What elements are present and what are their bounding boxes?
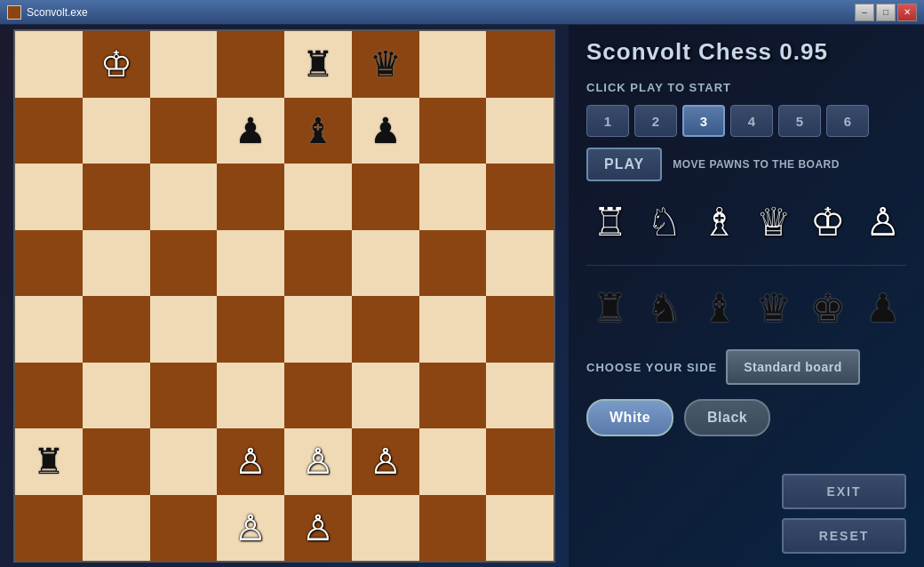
cell-2-2[interactable]	[150, 164, 218, 230]
difficulty-btn-4[interactable]: 4	[730, 105, 773, 137]
cell-3-0[interactable]	[15, 230, 83, 297]
difficulty-btn-1[interactable]: 1	[586, 105, 629, 137]
cell-5-5[interactable]	[352, 363, 419, 429]
cell-2-6[interactable]	[419, 164, 487, 230]
cell-5-7[interactable]	[486, 363, 554, 429]
cell-5-2[interactable]	[150, 363, 218, 429]
cell-3-5[interactable]	[352, 230, 419, 297]
cell-7-6[interactable]	[419, 495, 487, 562]
chess-board[interactable]: ♔♜♛♟♝♟♜♙♙♙♙♙	[13, 29, 555, 563]
white-piece-option-4[interactable]: ♔	[804, 196, 851, 249]
cell-0-1[interactable]: ♔	[83, 31, 150, 98]
cell-6-5[interactable]: ♙	[352, 428, 419, 495]
cell-4-5[interactable]	[352, 296, 419, 363]
cell-2-7[interactable]	[486, 164, 554, 230]
difficulty-btn-3[interactable]: 3	[682, 105, 725, 137]
cell-2-5[interactable]	[352, 164, 419, 230]
cell-6-6[interactable]	[419, 428, 487, 495]
difficulty-btn-6[interactable]: 6	[826, 105, 869, 137]
black-piece-option-2[interactable]: ♝	[696, 282, 743, 335]
black-piece-option-5[interactable]: ♟	[859, 282, 906, 335]
play-button[interactable]: PLAY	[586, 148, 662, 181]
cell-7-0[interactable]	[15, 495, 83, 562]
cell-3-3[interactable]	[217, 230, 284, 297]
white-piece-option-5[interactable]: ♙	[859, 196, 906, 249]
cell-0-7[interactable]	[486, 31, 554, 98]
cell-5-3[interactable]	[217, 363, 284, 429]
cell-4-0[interactable]	[15, 296, 83, 363]
cell-0-2[interactable]	[150, 31, 218, 98]
white-piece: ♙	[235, 510, 267, 546]
white-piece-option-1[interactable]: ♘	[641, 196, 688, 249]
cell-6-4[interactable]: ♙	[284, 428, 352, 495]
cell-6-3[interactable]: ♙	[217, 428, 284, 495]
cell-6-1[interactable]	[83, 428, 150, 495]
difficulty-btn-5[interactable]: 5	[778, 105, 821, 137]
white-piece-option-3[interactable]: ♕	[750, 196, 797, 249]
cell-1-1[interactable]	[83, 98, 150, 164]
white-side-button[interactable]: White	[586, 399, 673, 436]
black-piece-option-4[interactable]: ♚	[804, 282, 851, 335]
maximize-button[interactable]: □	[876, 4, 896, 21]
difficulty-btn-2[interactable]: 2	[634, 105, 677, 137]
cell-3-7[interactable]	[486, 230, 554, 297]
black-piece-option-3[interactable]: ♛	[750, 282, 797, 335]
white-piece-option-2[interactable]: ♗	[696, 196, 743, 249]
cell-3-4[interactable]	[284, 230, 352, 297]
cell-7-4[interactable]: ♙	[284, 495, 352, 562]
cell-5-1[interactable]	[83, 363, 150, 429]
minimize-button[interactable]: –	[855, 4, 874, 21]
cell-0-3[interactable]	[217, 31, 284, 98]
cell-2-4[interactable]	[284, 164, 352, 230]
standard-board-button[interactable]: Standard board	[726, 349, 859, 385]
cell-1-3[interactable]: ♟	[217, 98, 284, 164]
main-content: ♔♜♛♟♝♟♜♙♙♙♙♙ Sconvolt Chess 0.95 CLICK P…	[0, 25, 924, 567]
cell-4-7[interactable]	[486, 296, 554, 363]
cell-1-0[interactable]	[15, 98, 83, 164]
cell-3-2[interactable]	[150, 230, 218, 297]
cell-0-4[interactable]: ♜	[284, 31, 352, 98]
cell-5-0[interactable]	[15, 363, 83, 429]
cell-1-5[interactable]: ♟	[352, 98, 419, 164]
cell-6-7[interactable]	[486, 428, 554, 495]
title-bar-controls: – □ ✕	[855, 4, 917, 21]
cell-4-2[interactable]	[150, 296, 218, 363]
black-piece-option-1[interactable]: ♞	[641, 282, 688, 335]
cell-5-6[interactable]	[419, 363, 487, 429]
white-piece-option-0[interactable]: ♖	[586, 196, 633, 249]
cell-1-4[interactable]: ♝	[284, 98, 352, 164]
black-pieces-row: ♜♞♝♛♚♟	[586, 278, 906, 339]
cell-4-4[interactable]	[284, 296, 352, 363]
cell-4-1[interactable]	[83, 296, 150, 363]
cell-1-6[interactable]	[419, 98, 487, 164]
cell-7-1[interactable]	[83, 495, 150, 562]
right-panel: Sconvolt Chess 0.95 CLICK PLAY TO START …	[569, 25, 924, 567]
white-piece: ♙	[302, 443, 334, 479]
cell-0-5[interactable]: ♛	[352, 31, 419, 98]
black-piece-option-0[interactable]: ♜	[586, 282, 633, 335]
cell-0-6[interactable]	[419, 31, 487, 98]
cell-7-3[interactable]: ♙	[217, 495, 284, 562]
cell-2-3[interactable]	[217, 164, 284, 230]
cell-7-2[interactable]	[150, 495, 218, 562]
cell-4-6[interactable]	[419, 296, 487, 363]
cell-0-0[interactable]	[15, 31, 83, 98]
cell-6-2[interactable]	[150, 428, 218, 495]
white-piece: ♙	[235, 443, 267, 479]
cell-1-7[interactable]	[486, 98, 554, 164]
black-side-button[interactable]: Black	[684, 399, 770, 436]
close-button[interactable]: ✕	[897, 4, 917, 21]
cell-2-1[interactable]	[83, 164, 150, 230]
cell-1-2[interactable]	[150, 98, 218, 164]
exit-button[interactable]: EXIT	[782, 474, 906, 509]
cell-3-1[interactable]	[83, 230, 150, 297]
cell-3-6[interactable]	[419, 230, 487, 297]
reset-button[interactable]: RESET	[782, 518, 906, 554]
cell-7-7[interactable]	[486, 495, 554, 562]
cell-2-0[interactable]	[15, 164, 83, 230]
cell-6-0[interactable]: ♜	[15, 428, 83, 495]
cell-7-5[interactable]	[352, 495, 419, 562]
cell-4-3[interactable]	[217, 296, 284, 363]
cell-5-4[interactable]	[284, 363, 352, 429]
choose-side-row: White Black	[586, 399, 906, 436]
